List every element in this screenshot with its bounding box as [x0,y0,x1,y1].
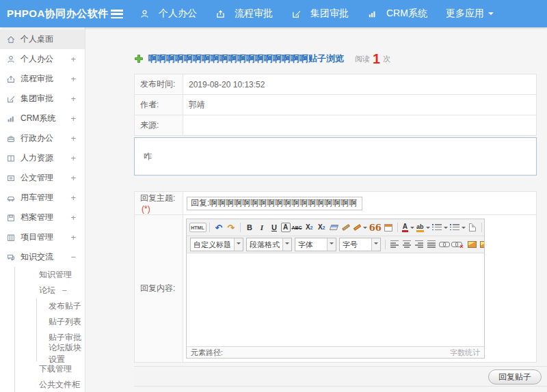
info-value [183,115,537,136]
image-icon[interactable] [466,238,478,251]
expand-plus-icon[interactable]: + [70,74,76,84]
sidebar-item-workflow-approval[interactable]: 流程审批 + [0,69,85,89]
pen-color-icon[interactable] [353,221,368,234]
table-row: 作者: 郭靖 [135,95,537,115]
sidebar-item-label: 知识交流 [21,251,53,263]
nav-workflow-approval[interactable]: 流程审批 [215,8,273,20]
sidebar-item-label: 公共文件柜 [39,379,80,391]
caret-down-icon[interactable] [327,238,336,251]
new-page-icon[interactable] [467,221,479,234]
sidebar-item-label: 个人桌面 [21,33,53,45]
image-upload-icon[interactable] [479,238,484,251]
sidebar-item-label: 用车管理 [21,192,53,204]
sidebar-item-forum-board-settings[interactable]: 论坛版块设置 [37,346,85,361]
expand-plus-icon[interactable]: + [70,193,76,203]
align-center-icon[interactable] [401,238,413,251]
redo-icon[interactable]: ↷ [226,221,237,234]
expand-plus-icon[interactable]: + [70,54,76,64]
book-icon [6,154,16,163]
reply-editor-cell: HTML ↶ ↷ B I U A ABC X2 X2 [183,215,537,363]
ordered-list-icon[interactable] [431,221,449,234]
align-left-icon[interactable] [389,238,401,251]
font-color-button[interactable]: A [401,221,415,234]
sidebar-item-topic-list[interactable]: 贴子列表 [37,314,85,330]
font-size-select[interactable]: 字号 [339,238,381,251]
nav-crm-system[interactable]: CRM系统 [367,8,427,20]
expand-plus-icon[interactable]: + [70,153,76,163]
unlink-icon[interactable]: × [451,238,466,251]
subscript-button[interactable]: X2 [316,221,328,234]
select-value: 字体 [295,240,327,250]
sidebar-item-forum[interactable]: 论坛 − [15,283,85,298]
plus-icon [134,54,144,64]
word-count-label[interactable]: 字数统计 [450,348,480,358]
nav-group-approval[interactable]: 集团审批 [291,8,349,20]
align-right-icon[interactable] [414,238,425,251]
read-unit: 次 [383,54,390,64]
expand-plus-icon[interactable]: + [70,173,76,183]
html-source-button[interactable]: HTML [189,223,206,232]
bold-button[interactable]: B [244,221,256,234]
undo-icon[interactable]: ↶ [213,221,225,234]
italic-button[interactable]: I [256,221,268,234]
sidebar-item-post-topic[interactable]: 发布贴子 [37,298,85,314]
sidebar-item-document-management[interactable]: 公文管理 + [0,168,85,188]
caret-down-icon[interactable] [234,238,243,251]
info-label: 作者: [135,95,183,115]
heading-select[interactable]: 自定义标题 [190,238,243,251]
blockquote-button[interactable]: 66 [369,221,382,234]
sidebar-item-personal-office[interactable]: 个人办公 + [0,49,85,69]
app-logo[interactable]: PHPOA协同办公软件 [0,8,111,20]
font-style-button[interactable]: A [281,223,291,232]
nav-more-apps[interactable]: 更多应用 [446,8,494,20]
sidebar-item-knowledge-management[interactable]: 知识管理 [15,267,85,283]
highlight-color-button[interactable]: ab [416,221,431,234]
rich-text-editor: HTML ↶ ↷ B I U A ABC X2 X2 [186,219,485,359]
archive-icon [6,213,16,223]
sidebar-item-vehicle-management[interactable]: 用车管理 + [0,188,85,208]
caret-down-icon[interactable] [282,238,291,251]
expand-plus-icon[interactable]: + [70,212,76,223]
caret-down-icon [488,12,494,18]
align-justify-icon[interactable] [426,238,438,251]
caret-down-icon[interactable] [371,238,380,251]
expand-plus-icon[interactable]: + [70,94,76,104]
collapse-minus-icon[interactable]: − [62,285,67,296]
sidebar-item-group-approval[interactable]: 集团审批 + [0,89,85,109]
expand-plus-icon[interactable]: + [70,133,76,143]
post-content-text: 咋 [144,151,152,163]
unordered-list-icon[interactable] [449,221,466,234]
strikethrough-button[interactable]: ABC [291,221,303,234]
superscript-button[interactable]: X2 [304,221,315,234]
sidebar-item-admin-office[interactable]: 行政办公 + [0,128,85,148]
sidebar-item-project-management[interactable]: 项目管理 + [0,227,85,247]
edit-icon [6,94,16,104]
sidebar-item-public-file-cabinet[interactable]: 公共文件柜 [15,377,85,392]
sidebar-item-archive-management[interactable]: 档案管理 + [0,208,85,227]
sidebar-item-crm-system[interactable]: CRM系统 + [0,109,85,128]
paragraph-format-select[interactable]: 段落格式 [246,238,292,251]
sidebar-item-human-resources[interactable]: 人力资源 + [0,148,85,168]
reply-post-button[interactable]: 回复贴子 [488,369,542,384]
sidebar-item-knowledge-exchange[interactable]: 知识交流 − [0,247,85,267]
expand-plus-icon[interactable]: + [70,232,76,242]
sidebar-item-personal-desktop[interactable]: 个人桌面 [0,29,85,49]
date-insert-icon[interactable] [383,221,395,234]
underline-button[interactable]: U [269,221,280,234]
font-family-select[interactable]: 字体 [295,238,336,251]
reply-subject-input[interactable] [187,197,362,210]
table-row: 回复内容: HTML ↶ ↷ B I U A [135,215,537,363]
editor-content-area[interactable] [187,253,484,346]
link-icon[interactable] [438,238,450,251]
doc-icon [6,173,16,183]
format-painter-icon[interactable] [341,221,352,234]
hamburger-menu-icon[interactable] [111,10,123,18]
expand-plus-icon[interactable]: + [70,113,76,124]
car-icon [6,193,16,203]
sidebar-item-label: 人力资源 [21,152,53,164]
eraser-icon[interactable] [328,221,340,234]
collapse-minus-icon[interactable]: − [70,252,76,262]
nav-personal-office[interactable]: 个人办公 [139,8,197,20]
glyph: A [402,223,408,232]
field-label: 回复主题: [140,193,175,203]
